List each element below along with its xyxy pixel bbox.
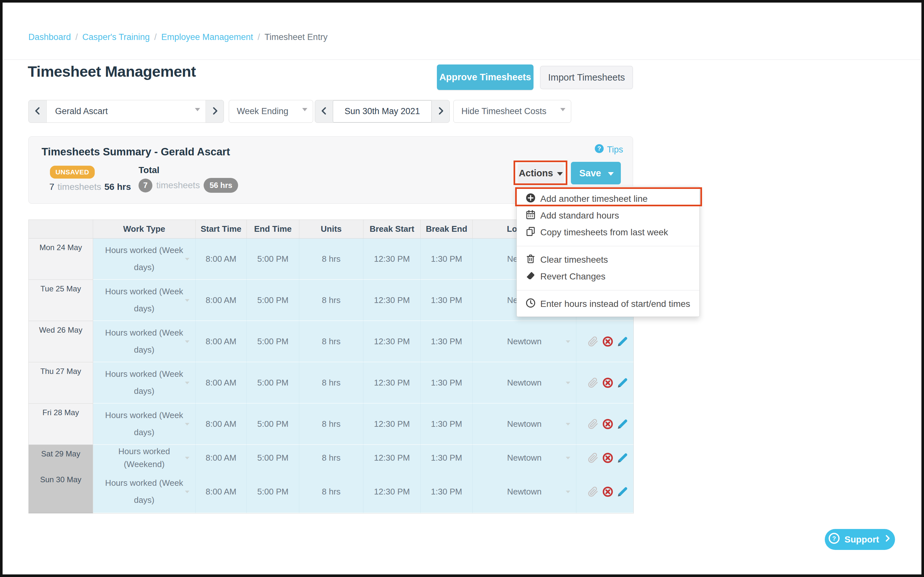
timesheet-costs-select[interactable]: Hide Timesheet Costs: [453, 100, 571, 123]
work-type-cell-value: Hours worked (Week days): [103, 242, 186, 276]
break-end-cell[interactable]: 1:30 PM: [421, 404, 472, 445]
end-time-cell[interactable]: 5:00 PM: [247, 445, 299, 472]
break-start-cell[interactable]: 12:30 PM: [363, 239, 421, 280]
units-cell[interactable]: 8 hrs: [299, 280, 363, 321]
break-end-cell[interactable]: 1:30 PM: [421, 239, 472, 280]
units-cell[interactable]: 8 hrs: [299, 404, 363, 445]
actions-button[interactable]: Actions: [518, 163, 564, 183]
end-time-cell[interactable]: 5:00 PM: [247, 280, 299, 321]
caret-down-icon: [195, 108, 200, 111]
menu-item-copy-timesheets-from-last-week[interactable]: Copy timesheets from last week: [517, 224, 699, 241]
work-type-cell[interactable]: Hours worked (Weekend): [93, 445, 196, 472]
delete-icon[interactable]: [602, 486, 614, 497]
previous-week-button[interactable]: [315, 100, 333, 122]
breadcrumb-item[interactable]: Dashboard: [28, 32, 71, 42]
previous-employee-button[interactable]: [29, 100, 47, 122]
import-timesheets-button[interactable]: Import Timesheets: [540, 66, 633, 89]
units-cell[interactable]: 8 hrs: [299, 471, 363, 513]
approve-timesheets-button[interactable]: Approve Timesheets: [437, 64, 534, 90]
plus-circle-icon: [525, 193, 536, 205]
start-time-cell[interactable]: 8:00 AM: [196, 321, 247, 362]
break-start-cell[interactable]: 12:30 PM: [363, 321, 421, 362]
breadcrumb-item[interactable]: Employee Management: [161, 32, 253, 42]
paperclip-icon[interactable]: [587, 452, 599, 464]
location-cell[interactable]: Newtown: [472, 321, 576, 362]
start-time-cell[interactable]: 8:00 AM: [196, 404, 247, 445]
delete-icon[interactable]: [602, 452, 614, 464]
break-start-cell[interactable]: 12:30 PM: [363, 280, 421, 321]
breadcrumb-separator: /: [258, 32, 260, 42]
work-type-cell[interactable]: Hours worked (Week days): [93, 321, 196, 362]
end-time-cell[interactable]: 5:00 PM: [247, 471, 299, 513]
support-button[interactable]: ? Support: [825, 529, 895, 550]
break-end-cell[interactable]: 1:30 PM: [421, 471, 472, 513]
start-time-cell[interactable]: 8:00 AM: [196, 445, 247, 472]
location-cell-value: Newtown: [507, 378, 542, 388]
break-end-cell[interactable]: 1:30 PM: [421, 280, 472, 321]
break-start-cell[interactable]: 12:30 PM: [363, 404, 421, 445]
menu-item-add-standard-hours[interactable]: Add standard hours: [517, 207, 699, 224]
paperclip-icon[interactable]: [587, 486, 599, 497]
units-cell-value: 8 hrs: [322, 254, 341, 264]
work-type-cell[interactable]: Hours worked (Week days): [93, 404, 196, 445]
paperclip-icon[interactable]: [587, 336, 599, 347]
week-ending-date-input[interactable]: Sun 30th May 2021: [333, 100, 432, 122]
start-time-cell[interactable]: 8:00 AM: [196, 362, 247, 404]
units-cell-value: 8 hrs: [322, 378, 341, 388]
edit-icon[interactable]: [617, 452, 628, 464]
breadcrumb-item[interactable]: Casper's Training: [82, 32, 150, 42]
save-button[interactable]: Save: [571, 162, 621, 184]
tips-link[interactable]: ? Tips: [595, 144, 623, 156]
edit-icon[interactable]: [617, 377, 628, 388]
edit-icon[interactable]: [617, 336, 628, 347]
units-cell[interactable]: 8 hrs: [299, 362, 363, 404]
next-employee-button[interactable]: [206, 100, 223, 122]
menu-item-label: Add another timesheet line: [540, 194, 648, 204]
menu-item-enter-hours-instead-of-start-end-times[interactable]: Enter hours instead of start/end times: [517, 296, 699, 313]
units-cell[interactable]: 8 hrs: [299, 321, 363, 362]
break-start-cell[interactable]: 12:30 PM: [363, 445, 421, 472]
break-start-cell[interactable]: 12:30 PM: [363, 362, 421, 404]
work-type-cell[interactable]: Hours worked (Week days): [93, 239, 196, 280]
edit-icon[interactable]: [617, 418, 628, 430]
break-end-cell[interactable]: 1:30 PM: [421, 362, 472, 404]
start-time-cell[interactable]: 8:00 AM: [196, 280, 247, 321]
start-time-cell[interactable]: 8:00 AM: [196, 471, 247, 513]
location-cell[interactable]: Newtown: [472, 471, 576, 513]
paperclip-icon[interactable]: [587, 418, 599, 430]
break-end-cell[interactable]: 1:30 PM: [421, 445, 472, 472]
unsaved-hours: 56 hrs: [104, 182, 131, 192]
units-cell[interactable]: 8 hrs: [299, 239, 363, 280]
end-time-cell[interactable]: 5:00 PM: [247, 362, 299, 404]
week-ending-select[interactable]: Week Ending: [229, 100, 313, 123]
employee-select[interactable]: Gerald Ascart: [47, 100, 206, 122]
location-cell[interactable]: Newtown: [472, 362, 576, 404]
menu-item-add-another-timesheet-line[interactable]: Add another timesheet line: [517, 190, 699, 207]
page-title: Timesheet Management: [28, 63, 196, 80]
delete-icon[interactable]: [602, 418, 614, 430]
actions-button-label: Actions: [519, 168, 553, 179]
edit-icon[interactable]: [617, 486, 628, 497]
break-start-cell[interactable]: 12:30 PM: [363, 471, 421, 513]
menu-item-revert-changes[interactable]: Revert Changes: [517, 268, 699, 285]
breadcrumb-item: Timesheet Entry: [265, 32, 328, 42]
units-cell[interactable]: 8 hrs: [299, 445, 363, 472]
end-time-cell[interactable]: 5:00 PM: [247, 321, 299, 362]
delete-icon[interactable]: [602, 377, 614, 388]
paperclip-icon[interactable]: [587, 377, 599, 388]
break-start-cell-value: 12:30 PM: [374, 378, 410, 388]
end-time-cell[interactable]: 5:00 PM: [247, 404, 299, 445]
day-cell: Tue 25 May: [29, 280, 93, 321]
break-end-cell[interactable]: 1:30 PM: [421, 321, 472, 362]
start-time-cell[interactable]: 8:00 AM: [196, 239, 247, 280]
location-cell[interactable]: Newtown: [472, 445, 576, 472]
next-week-button[interactable]: [432, 100, 450, 122]
end-time-cell[interactable]: 5:00 PM: [247, 239, 299, 280]
chevron-left-icon: [33, 106, 43, 117]
work-type-cell[interactable]: Hours worked (Week days): [93, 471, 196, 513]
work-type-cell[interactable]: Hours worked (Week days): [93, 280, 196, 321]
work-type-cell[interactable]: Hours worked (Week days): [93, 362, 196, 404]
delete-icon[interactable]: [602, 336, 614, 347]
menu-item-clear-timesheets[interactable]: Clear timesheets: [517, 251, 699, 268]
location-cell[interactable]: Newtown: [472, 404, 576, 445]
